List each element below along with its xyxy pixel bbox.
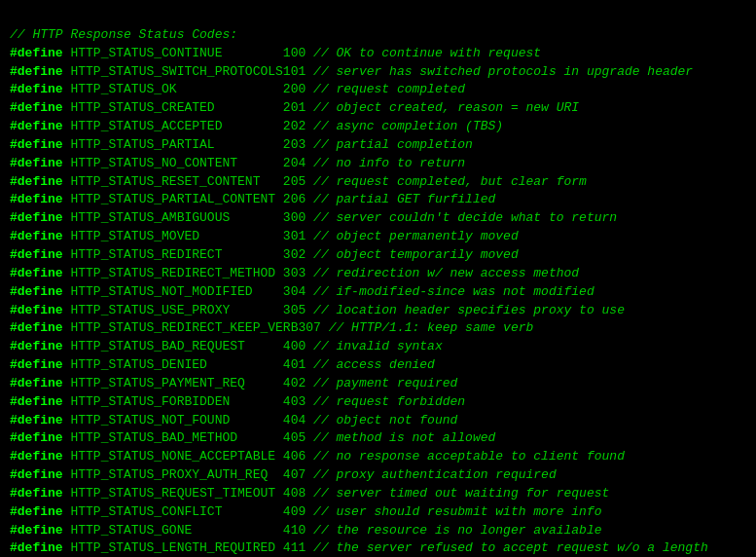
macro-name: HTTP_STATUS_NONE_ACCEPTABLE	[70, 449, 282, 464]
macro-name: HTTP_STATUS_GONE	[70, 523, 282, 538]
define-keyword: #define	[10, 266, 70, 280]
status-code: 407	[283, 467, 313, 482]
code-line: #define HTTP_STATUS_PARTIAL 203 // parti…	[10, 136, 746, 155]
define-keyword: #define	[10, 229, 70, 243]
code-line: #define HTTP_STATUS_MOVED 301 // object …	[10, 228, 746, 246]
macro-name: HTTP_STATUS_RESET_CONTENT	[70, 174, 282, 189]
macro-name: HTTP_STATUS_REDIRECT	[70, 247, 282, 262]
macro-name: HTTP_STATUS_LENGTH_REQUIRED	[70, 540, 282, 555]
status-code: 200	[283, 82, 313, 96]
code-line: #define HTTP_STATUS_CREATED 201 // objec…	[10, 99, 746, 118]
status-code: 202	[283, 119, 313, 133]
code-line: #define HTTP_STATUS_BAD_METHOD 405 // me…	[10, 429, 746, 448]
code-comment: // the resource is no longer available	[313, 523, 601, 538]
code-line: #define HTTP_STATUS_AMBIGUOUS 300 // ser…	[10, 209, 746, 228]
macro-name: HTTP_STATUS_REQUEST_TIMEOUT	[70, 486, 282, 501]
code-comment: // HTTP/1.1: keep same verb	[329, 320, 534, 335]
define-keyword: #define	[10, 100, 70, 115]
code-comment: // no info to return	[313, 156, 465, 170]
macro-name: HTTP_STATUS_USE_PROXY	[70, 303, 282, 317]
macro-name: HTTP_STATUS_MOVED	[70, 229, 282, 243]
status-code: 405	[283, 430, 313, 445]
code-comment: // server couldn't decide what to return	[313, 210, 617, 225]
macro-name: HTTP_STATUS_PARTIAL_CONTENT	[70, 192, 282, 206]
code-line: #define HTTP_STATUS_OK 200 // request co…	[10, 81, 746, 99]
code-line: #define HTTP_STATUS_REDIRECT_METHOD 303 …	[10, 265, 746, 283]
code-comment: // partial GET furfilled	[313, 192, 495, 206]
code-comment: // payment required	[313, 376, 457, 390]
code-comment: // request forbidden	[313, 394, 465, 409]
define-keyword: #define	[10, 357, 70, 372]
define-keyword: #define	[10, 376, 70, 390]
code-line: #define HTTP_STATUS_RESET_CONTENT 205 //…	[10, 173, 746, 192]
status-code: 203	[283, 137, 313, 152]
code-line: #define HTTP_STATUS_SWITCH_PROTOCOLS101 …	[10, 63, 746, 82]
code-line: #define HTTP_STATUS_NOT_MODIFIED 304 // …	[10, 283, 746, 302]
macro-name: HTTP_STATUS_CONFLICT	[70, 504, 282, 519]
macro-name: HTTP_STATUS_PROXY_AUTH_REQ	[70, 467, 282, 482]
status-code: 302	[283, 247, 313, 262]
macro-name: HTTP_STATUS_SWITCH_PROTOCOLS	[70, 64, 282, 79]
define-keyword: #define	[10, 540, 70, 555]
code-line: #define HTTP_STATUS_CONTINUE 100 // OK t…	[10, 45, 746, 63]
status-code: 101	[283, 64, 313, 79]
code-comment: // location header specifies proxy to us…	[313, 303, 625, 317]
code-comment: // OK to continue with request	[313, 46, 541, 60]
status-code: 402	[283, 376, 313, 390]
define-keyword: #define	[10, 156, 70, 170]
define-keyword: #define	[10, 523, 70, 538]
macro-name: HTTP_STATUS_REDIRECT_KEEP_VERB	[70, 320, 298, 335]
code-line: #define HTTP_STATUS_ACCEPTED 202 // asyn…	[10, 118, 746, 136]
macro-name: HTTP_STATUS_DENIED	[70, 357, 282, 372]
code-line: // HTTP Response Status Codes:	[10, 26, 746, 45]
macro-name: HTTP_STATUS_BAD_METHOD	[70, 430, 282, 445]
status-code: 411	[283, 540, 313, 555]
macro-name: HTTP_STATUS_AMBIGUOUS	[70, 210, 282, 225]
status-code: 301	[283, 229, 313, 243]
define-keyword: #define	[10, 394, 70, 409]
code-line: #define HTTP_STATUS_GONE 410 // the reso…	[10, 522, 746, 540]
define-keyword: #define	[10, 449, 70, 464]
code-line: #define HTTP_STATUS_PARTIAL_CONTENT 206 …	[10, 191, 746, 209]
status-code: 201	[283, 100, 313, 115]
code-comment: // access denied	[313, 357, 435, 372]
define-keyword: #define	[10, 486, 70, 501]
define-keyword: #define	[10, 339, 70, 353]
code-comment: // object created, reason = new URI	[313, 100, 579, 115]
status-code: 304	[283, 284, 313, 299]
code-comment: // object not found	[313, 413, 457, 427]
code-line: #define HTTP_STATUS_DENIED 401 // access…	[10, 356, 746, 375]
code-comment: // the server refused to accept request …	[313, 540, 708, 555]
macro-name: HTTP_STATUS_NO_CONTENT	[70, 156, 282, 170]
status-code: 403	[283, 394, 313, 409]
code-line: #define HTTP_STATUS_NONE_ACCEPTABLE 406 …	[10, 448, 746, 466]
macro-name: HTTP_STATUS_PARTIAL	[70, 137, 282, 152]
define-keyword: #define	[10, 430, 70, 445]
define-keyword: #define	[10, 247, 70, 262]
code-comment: // method is not allowed	[313, 430, 495, 445]
status-code: 410	[283, 523, 313, 538]
define-keyword: #define	[10, 137, 70, 152]
status-code: 404	[283, 413, 313, 427]
code-line: #define HTTP_STATUS_PAYMENT_REQ 402 // p…	[10, 375, 746, 393]
status-code: 409	[283, 504, 313, 519]
define-keyword: #define	[10, 82, 70, 96]
define-keyword: #define	[10, 303, 70, 317]
macro-name: HTTP_STATUS_NOT_MODIFIED	[70, 284, 282, 299]
define-keyword: #define	[10, 192, 70, 206]
macro-name: HTTP_STATUS_BAD_REQUEST	[70, 339, 282, 353]
code-comment: // request completed	[313, 82, 465, 96]
status-code: 204	[283, 156, 313, 170]
macro-name: HTTP_STATUS_FORBIDDEN	[70, 394, 282, 409]
code-container: // HTTP Response Status Codes:#define HT…	[10, 8, 746, 557]
define-keyword: #define	[10, 174, 70, 189]
macro-name: HTTP_STATUS_CREATED	[70, 100, 282, 115]
status-code: 303	[283, 266, 313, 280]
define-keyword: #define	[10, 119, 70, 133]
code-line: #define HTTP_STATUS_LENGTH_REQUIRED 411 …	[10, 539, 746, 557]
macro-name: HTTP_STATUS_OK	[70, 82, 282, 96]
code-comment: // redirection w/ new access method	[313, 266, 579, 280]
status-code: 408	[283, 486, 313, 501]
status-code: 205	[283, 174, 313, 189]
code-comment: // async completion (TBS)	[313, 119, 503, 133]
